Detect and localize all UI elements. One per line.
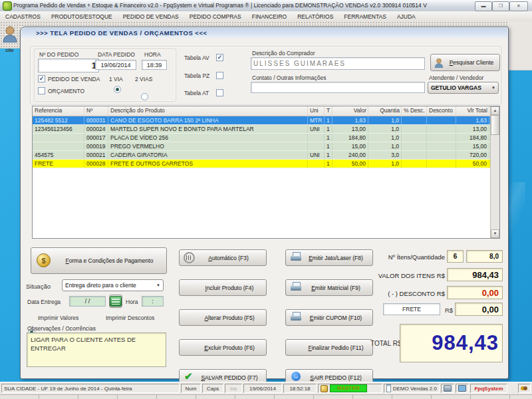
status-ins: Ins	[225, 384, 242, 393]
table-row[interactable]: 000019 PREGO VERMELHO 1 15,00 1,0 15,00	[33, 142, 499, 151]
desconto-label: ( - ) DESCONTO R$	[370, 290, 445, 297]
situacao-dropdown[interactable]: Entrega direto para o cliente ▼	[62, 279, 164, 291]
tabela-at-checkbox[interactable]	[216, 89, 223, 96]
menu-item[interactable]: PRODUTOS/ESTOQUE	[46, 13, 118, 20]
action-button[interactable]: Finalizar Pedido (F11)	[285, 339, 373, 356]
col-uni[interactable]: Uni	[308, 106, 325, 116]
page-icon	[386, 384, 391, 392]
action-button[interactable]: Automático (F3)	[179, 249, 267, 266]
comprador-label: Descrição do Comprador	[252, 50, 315, 57]
action-button[interactable]: Emitir Jato/Laser (F8)	[285, 249, 373, 266]
tabela-at-label: Tabela AT	[184, 90, 209, 96]
cell-descricao: CADEIRA GIRATORIA	[108, 151, 308, 159]
action-button[interactable]: Emitir Matricial (F9)	[285, 279, 373, 296]
action-button[interactable]: Incluir Produto (F4)	[179, 279, 267, 296]
menu-item[interactable]: PEDIDO COMPRAS	[184, 13, 247, 20]
contato-input[interactable]	[251, 82, 425, 93]
cell-uni: MTR	[308, 116, 325, 124]
action-button[interactable]: Emitir CUPOM (F10)	[285, 309, 373, 326]
cell-quantia: 1,0	[368, 116, 402, 124]
cell-desconto	[427, 125, 456, 133]
close-button[interactable]: ✕	[509, 1, 528, 11]
orcamento-checkbox[interactable]	[38, 87, 45, 94]
observacoes-label: Observações / Ocorrências	[27, 325, 96, 332]
pagamento-button[interactable]: Forma e Condições de Pagamento	[31, 247, 167, 274]
cell-desconto	[427, 116, 456, 124]
col-t[interactable]: T	[325, 106, 332, 116]
col-perc-desc[interactable]: % Desc.	[402, 106, 427, 116]
table-row[interactable]: 454575 000021 CADEIRA GIRATORIA UNI 1 24…	[33, 151, 499, 160]
frete-value-field: 0,00	[455, 303, 503, 316]
via2-radio[interactable]	[141, 93, 148, 100]
cell-numero: 000024	[84, 125, 108, 133]
action-button[interactable]: Alterar Produto (F5)	[179, 309, 267, 326]
status-caps: Caps	[202, 384, 223, 393]
order-date-label: DATA PEDIDO	[98, 51, 135, 58]
atendente-dropdown[interactable]: GETULIO VARGAS ▼	[428, 82, 499, 94]
table-row[interactable]: 123456123456 000024 MARTELO SUPER NOVO E…	[33, 125, 499, 134]
table-row[interactable]: 000017 PLACA DE VÍDEO 256 1 184,80 1,0 1…	[33, 134, 499, 142]
col-desconto[interactable]: Desconto	[427, 106, 456, 116]
calendar-button[interactable]	[109, 295, 122, 308]
printer-icon	[290, 282, 303, 293]
itens-qtd-field: 8,0	[466, 250, 503, 263]
pedido-venda-checkbox[interactable]	[38, 75, 45, 82]
col-descricao[interactable]: Descrição do Produto	[108, 106, 308, 116]
order-number-field[interactable]: 1	[38, 59, 99, 72]
via1-radio[interactable]	[114, 86, 121, 93]
status-printer[interactable]	[441, 384, 454, 393]
tabela-av-checkbox[interactable]	[216, 54, 223, 61]
action-button-label: Alterar Produto (F5)	[197, 315, 266, 321]
data-entrega-field[interactable]: / /	[69, 296, 106, 307]
tabela-pz-checkbox[interactable]	[216, 72, 223, 79]
cell-uni	[308, 134, 325, 142]
scroll-thumb[interactable]	[491, 115, 499, 135]
col-vlr-total[interactable]: Vlr Total	[456, 106, 489, 116]
action-button[interactable]: Excluir Produto (F6)	[179, 339, 267, 356]
menu-item[interactable]: FERRAMENTAS	[338, 13, 392, 20]
scroll-up-icon[interactable]: ▲	[491, 106, 499, 115]
table-row[interactable]: FRETE 000028 FRETE E OUTROS CARRETOS 1 5…	[33, 160, 499, 168]
contato-label: Contato / Outras Informações	[252, 74, 327, 81]
hora-entrega-field[interactable]: :	[142, 296, 164, 307]
col-valor[interactable]: Valor	[332, 106, 368, 116]
col-quantia[interactable]: Quantia	[368, 106, 402, 116]
order-date-field[interactable]: 19/06/2014	[95, 60, 136, 70]
order-time-field[interactable]: 18:39	[142, 60, 167, 70]
valor-itens-label: VALOR DOS ITENS R$	[370, 272, 445, 279]
status-monitor[interactable]	[456, 384, 469, 393]
col-numero[interactable]: Nº	[84, 106, 108, 116]
barcode-icon	[184, 252, 195, 263]
cell-vlr-total: 184,80	[456, 134, 489, 142]
menu-item[interactable]: AJUDA	[392, 13, 421, 20]
cell-t: 1	[325, 125, 332, 133]
table-row[interactable]: 125482 5512 000031 CANO DE ESGOTO BARRA …	[33, 116, 499, 125]
pesquisar-cliente-button[interactable]: Pesquisar Cliente	[430, 54, 500, 71]
table-header-row: Referencia Nº Descrição do Produto Uni T…	[33, 106, 499, 116]
clients-toolbar-button[interactable]: clie	[1, 25, 19, 64]
document-remove-icon	[184, 342, 197, 353]
cell-numero: 000028	[84, 160, 108, 168]
menu-item[interactable]: CADASTROS	[0, 13, 46, 20]
atendente-label: Atendente / Vendedor	[429, 74, 483, 81]
cell-vlr-total: 15,00	[456, 142, 489, 150]
cell-descricao: CANO DE ESGOTO BARRA 150 2ª LINHA	[108, 116, 308, 124]
cell-numero: 000019	[84, 142, 108, 150]
restore-button[interactable]: ❐	[492, 1, 509, 11]
action-button-label: SALVAR PEDIDO (F7)	[197, 374, 266, 381]
menu-item[interactable]: FINANCEIRO	[247, 13, 292, 20]
cell-descricao: PREGO VERMELHO	[108, 142, 308, 150]
action-button-label: Automático (F3)	[195, 255, 266, 261]
col-referencia[interactable]: Referencia	[33, 106, 84, 116]
minimize-button[interactable]: ▬	[475, 1, 492, 11]
menu-item[interactable]: PEDIDO DE VENDAS	[118, 13, 184, 20]
scroll-down-icon[interactable]: ▼	[491, 229, 499, 238]
comprador-field[interactable]: ULISSES GUIMARAES	[251, 57, 425, 70]
table-scrollbar[interactable]: ▲ ▼	[490, 106, 499, 238]
coin-icon	[37, 253, 53, 268]
frete-field[interactable]: FRETE	[383, 303, 440, 315]
action-button-label: Emitir Matricial (F9)	[303, 285, 372, 291]
menu-item[interactable]: RELATÓRIOS	[292, 13, 338, 20]
observacoes-textarea[interactable]: LIGAR PARA O CLIENTE ANTES DE ENTREGAR	[27, 332, 166, 367]
status-bar: SUA CIDADE - UF 19 de Junho de 2014 - Qu…	[0, 382, 532, 395]
